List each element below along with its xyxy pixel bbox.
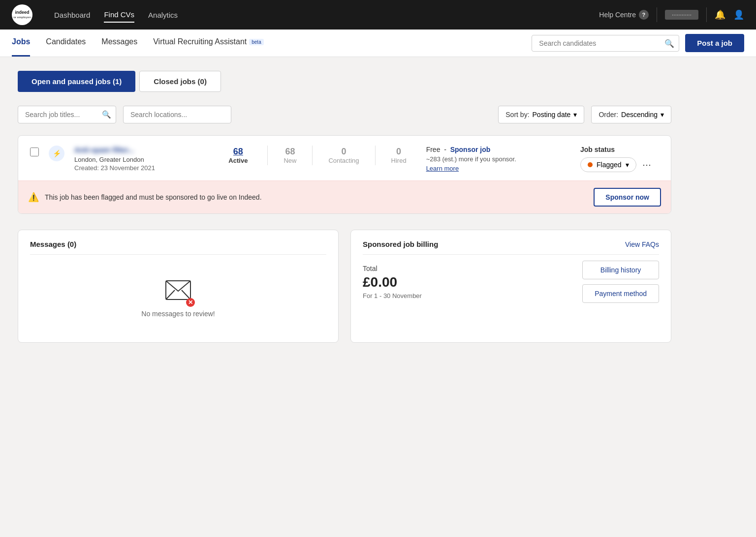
svg-text:indeed: indeed <box>15 10 29 15</box>
svg-text:for employers: for employers <box>13 16 31 19</box>
learn-more-link[interactable]: Learn more <box>426 165 459 172</box>
job-title-search-icon: 🔍 <box>102 110 111 119</box>
job-title-search-input[interactable] <box>18 106 116 123</box>
billing-history-button[interactable]: Billing history <box>582 261 659 279</box>
job-new-count: 68 <box>284 147 296 157</box>
job-hired-label: Hired <box>391 157 407 164</box>
job-select-checkbox[interactable] <box>30 148 39 156</box>
job-active-count[interactable]: 68 <box>228 147 248 157</box>
nav-divider-2 <box>706 7 707 22</box>
envelope-x-icon: ✕ <box>186 298 195 307</box>
nav-analytics[interactable]: Analytics <box>148 8 178 22</box>
job-active-label: Active <box>228 157 248 164</box>
job-stat-new: 68 New <box>274 147 306 164</box>
job-stats: 68 Active 68 New 0 Contacting 0 Hired <box>228 146 416 165</box>
order-chevron-icon: ▾ <box>661 111 664 119</box>
sub-navigation: Jobs Candidates Messages Virtual Recruit… <box>0 30 756 57</box>
indeed-logo-icon: indeed for employers <box>12 4 32 25</box>
job-location-search-wrap <box>123 106 231 123</box>
billing-panel-header: Sponsored job billing View FAQs <box>363 240 659 255</box>
beta-badge: beta <box>249 39 263 45</box>
job-stat-hired: 0 Hired <box>381 147 416 164</box>
job-info: Anti-spam filter... London, Greater Lond… <box>74 146 219 172</box>
subnav-right-actions: 🔍 Post a job <box>532 34 744 52</box>
search-candidates-icon-button[interactable]: 🔍 <box>664 38 674 48</box>
sponsor-text: Free - Sponsor job <box>426 146 570 153</box>
tab-closed-jobs[interactable]: Closed jobs (0) <box>139 71 221 92</box>
view-faqs-link[interactable]: View FAQs <box>625 240 659 248</box>
job-created-date: Created: 23 November 2021 <box>74 164 219 172</box>
svg-point-0 <box>13 6 31 24</box>
subnav-jobs[interactable]: Jobs <box>12 30 30 57</box>
job-status-heading: Job status <box>580 146 659 153</box>
job-location-search-input[interactable] <box>123 106 231 123</box>
billing-panel: Sponsored job billing View FAQs Total £0… <box>350 230 671 343</box>
job-contacting-label: Contacting <box>328 157 359 164</box>
job-title[interactable]: Anti-spam filter... <box>74 146 219 154</box>
sort-by-dropdown[interactable]: Sort by: Posting date ▾ <box>498 106 584 123</box>
stat-divider-2 <box>312 146 313 165</box>
sponsor-free-label: Free <box>426 146 441 153</box>
billing-total-section: Total £0.00 For 1 - 30 November <box>363 261 422 307</box>
sponsor-now-button[interactable]: Sponsor now <box>594 188 661 207</box>
job-card: ⚡ Anti-spam filter... London, Greater Lo… <box>18 135 671 214</box>
job-more-options-button[interactable]: ⋯ <box>640 157 653 172</box>
payment-method-button[interactable]: Payment method <box>582 284 659 303</box>
sort-by-label: Sort by: <box>505 111 529 119</box>
billing-buttons: Billing history Payment method <box>582 261 659 303</box>
nav-find-cvs[interactable]: Find CVs <box>104 7 134 23</box>
subnav-virtual-recruiting[interactable]: Virtual Recruiting Assistant beta <box>153 30 263 57</box>
search-candidates-wrap: 🔍 <box>532 35 679 52</box>
job-sponsor-info: Free - Sponsor job ~283 (est.) more if y… <box>426 146 570 173</box>
tab-open-paused-jobs[interactable]: Open and paused jobs (1) <box>18 71 135 92</box>
subnav-candidates[interactable]: Candidates <box>46 30 86 57</box>
top-navigation: indeed for employers Dashboard Find CVs … <box>0 0 756 30</box>
billing-period: For 1 - 30 November <box>363 292 422 299</box>
stat-divider-3 <box>375 146 376 165</box>
stat-divider-1 <box>267 146 268 165</box>
help-centre-button[interactable]: Help Centre ? <box>599 10 649 20</box>
nav-divider <box>657 7 657 22</box>
help-centre-label: Help Centre <box>599 11 636 19</box>
svg-line-4 <box>166 290 175 299</box>
help-question-icon: ? <box>639 10 649 20</box>
messages-empty-state: ✕ No messages to review! <box>30 261 326 332</box>
job-status-dropdown[interactable]: Flagged ▾ <box>580 157 636 172</box>
job-card-top: ⚡ Anti-spam filter... London, Greater Lo… <box>30 146 659 180</box>
billing-panel-title: Sponsored job billing <box>363 240 438 248</box>
sponsor-estimate: ~283 (est.) more if you sponsor. <box>426 155 570 163</box>
job-stat-contacting: 0 Contacting <box>318 147 369 164</box>
subnav-messages[interactable]: Messages <box>101 30 137 57</box>
nav-dashboard[interactable]: Dashboard <box>54 8 90 22</box>
job-location: London, Greater London <box>74 156 219 163</box>
logo[interactable]: indeed for employers <box>12 4 32 25</box>
search-candidates-input[interactable] <box>532 35 679 52</box>
job-title-text: Anti-spam filter... <box>74 146 134 154</box>
job-hired-count: 0 <box>391 147 407 157</box>
job-lightning-icon: ⚡ <box>49 146 64 161</box>
envelope-icon: ✕ <box>165 280 191 305</box>
order-dropdown[interactable]: Order: Descending ▾ <box>591 106 671 123</box>
job-new-label: New <box>284 157 296 164</box>
job-title-search-wrap: 🔍 <box>18 106 116 123</box>
user-profile-icon[interactable]: 👤 <box>733 9 744 20</box>
sponsor-job-link[interactable]: Sponsor job <box>450 146 491 153</box>
job-contacting-count: 0 <box>328 147 359 157</box>
order-value: Descending <box>621 111 658 119</box>
status-dot-icon <box>588 162 593 167</box>
sort-order-controls: Sort by: Posting date ▾ Order: Descendin… <box>498 106 671 123</box>
job-filters-row: 🔍 Sort by: Posting date ▾ Order: Descend… <box>18 106 671 123</box>
job-status-value: Flagged <box>597 161 622 169</box>
sort-by-value: Posting date <box>533 111 571 119</box>
messages-panel-title: Messages (0) <box>30 240 326 255</box>
billing-total-label: Total <box>363 265 422 272</box>
billing-amount: £0.00 <box>363 274 422 290</box>
post-job-button[interactable]: Post a job <box>685 34 744 52</box>
job-status-row: Flagged ▾ ⋯ <box>580 157 659 172</box>
job-stat-active: 68 Active <box>228 147 261 164</box>
billing-content: Total £0.00 For 1 - 30 November Billing … <box>363 261 659 307</box>
job-status-area: Job status Flagged ▾ ⋯ <box>580 146 659 172</box>
flagged-alert-text: This job has been flagged and must be sp… <box>45 193 594 201</box>
notifications-bell-icon[interactable]: 🔔 <box>715 9 725 20</box>
job-tabs: Open and paused jobs (1) Closed jobs (0) <box>18 71 671 92</box>
